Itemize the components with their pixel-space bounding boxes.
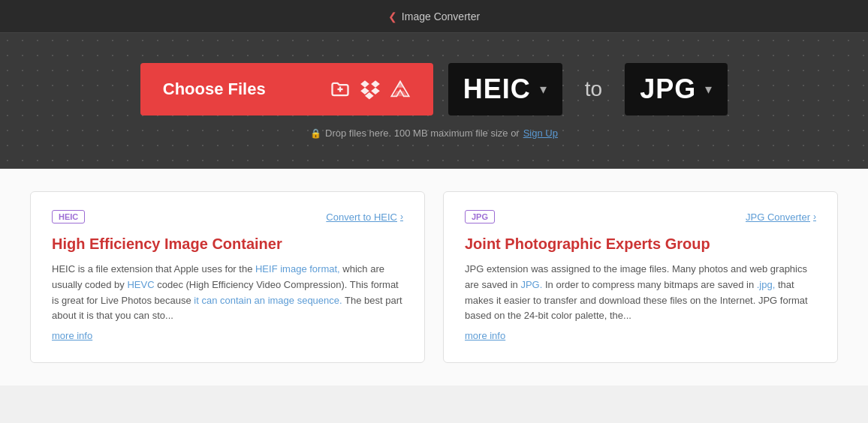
jpg-card: JPG JPG Converter › Joint Photographic E… xyxy=(443,191,838,363)
drop-zone-text: 🔒 Drop files here. 100 MB maximum file s… xyxy=(310,128,558,139)
top-bar: ❮ Image Converter xyxy=(0,0,868,33)
jpg-card-body: JPG extension was assigned to the image … xyxy=(465,262,816,344)
back-chevron-icon: ❮ xyxy=(388,10,397,22)
target-format-label: JPG xyxy=(640,74,696,105)
choose-files-label: Choose Files xyxy=(163,80,266,99)
converter-row: Choose Files xyxy=(140,63,728,116)
top-bar-title: ❮ Image Converter xyxy=(388,10,480,22)
jpg-description: JPG extension was assigned to the image … xyxy=(465,263,808,321)
jpg-converter-label: JPG Converter xyxy=(746,212,810,223)
upload-icons xyxy=(330,79,411,100)
folder-icon xyxy=(330,79,351,100)
heic-description: HEIC is a file extension that Apple uses… xyxy=(52,263,402,321)
heic-more-info-link[interactable]: more info xyxy=(52,328,92,344)
heic-link-chevron-icon: › xyxy=(400,212,403,222)
choose-files-button[interactable]: Choose Files xyxy=(140,63,433,116)
heif-highlight: HEIF image format, xyxy=(255,263,340,274)
jpg-card-title: Joint Photographic Experts Group xyxy=(465,236,816,253)
to-label: to xyxy=(577,77,610,101)
source-format-chevron-icon: ▾ xyxy=(540,81,547,98)
hero-section: Choose Files xyxy=(0,33,868,169)
jpg-badge: JPG xyxy=(465,210,495,224)
source-format-label: HEIC xyxy=(463,74,531,105)
lock-icon: 🔒 xyxy=(310,128,321,139)
drop-text: Drop files here. 100 MB maximum file siz… xyxy=(325,128,520,139)
hevc-highlight: HEVC xyxy=(127,279,154,290)
google-drive-icon xyxy=(390,79,411,100)
heic-card: HEIC Convert to HEIC › High Efficiency I… xyxy=(30,191,425,363)
heic-card-title: High Efficiency Image Container xyxy=(52,236,403,253)
jpg-converter-link[interactable]: JPG Converter › xyxy=(746,212,816,223)
jpg-link-chevron-icon: › xyxy=(813,212,816,222)
target-format-chevron-icon: ▾ xyxy=(705,81,713,98)
sign-up-link[interactable]: Sign Up xyxy=(523,128,558,139)
jpg-card-header: JPG JPG Converter › xyxy=(465,210,816,224)
jpg-highlight-2: .jpg, xyxy=(757,279,776,290)
heic-card-header: HEIC Convert to HEIC › xyxy=(52,210,403,224)
dropbox-icon xyxy=(360,79,381,100)
convert-to-heic-label: Convert to HEIC xyxy=(326,212,397,223)
jpg-highlight-1: JPG. xyxy=(520,279,542,290)
can-contain-highlight: it can contain an image sequence. xyxy=(194,295,342,306)
cards-section: HEIC Convert to HEIC › High Efficiency I… xyxy=(0,169,868,386)
convert-to-heic-link[interactable]: Convert to HEIC › xyxy=(326,212,403,223)
source-format-button[interactable]: HEIC ▾ xyxy=(448,63,562,116)
jpg-more-info-link[interactable]: more info xyxy=(465,328,505,344)
heic-badge: HEIC xyxy=(52,210,85,224)
heic-card-body: HEIC is a file extension that Apple uses… xyxy=(52,262,403,344)
target-format-button[interactable]: JPG ▾ xyxy=(625,63,728,116)
app-title: Image Converter xyxy=(402,10,480,22)
